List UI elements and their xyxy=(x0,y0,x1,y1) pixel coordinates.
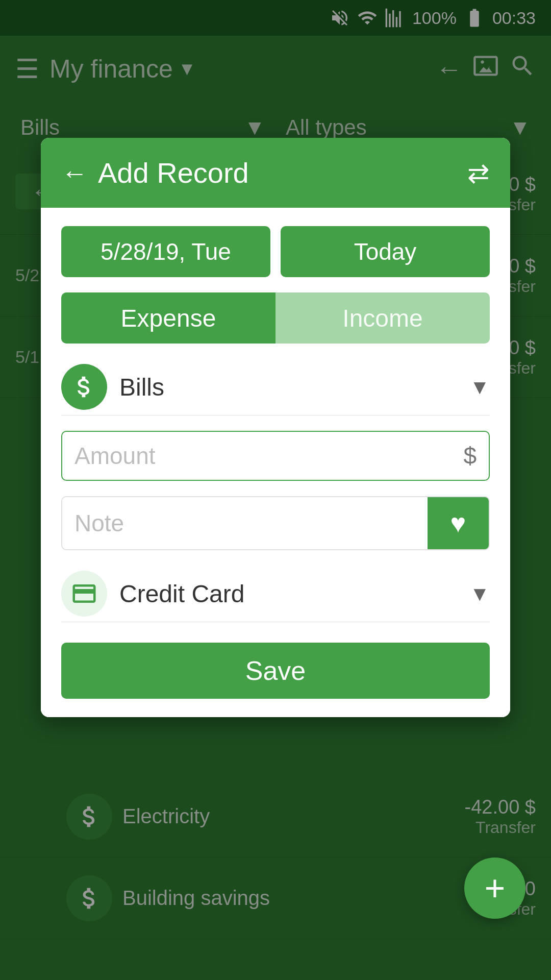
modal-back-button[interactable]: ← xyxy=(61,158,88,188)
type-toggle: Expense Income xyxy=(61,292,490,344)
add-record-modal: ← Add Record ⇄ 5/28/19, Tue Today Expens… xyxy=(41,138,510,717)
payment-dropdown[interactable]: Credit Card ▼ xyxy=(61,566,490,622)
payment-label: Credit Card xyxy=(119,580,457,608)
fab-plus-icon: + xyxy=(485,870,506,906)
note-row: ♥ xyxy=(61,496,490,550)
today-button[interactable]: Today xyxy=(281,226,490,277)
amount-input[interactable] xyxy=(74,442,458,470)
expense-button[interactable]: Expense xyxy=(61,292,276,344)
save-button[interactable]: Save xyxy=(61,643,490,699)
note-input[interactable] xyxy=(62,497,428,549)
date-row: 5/28/19, Tue Today xyxy=(61,226,490,277)
category-dropdown[interactable]: Bills ▼ xyxy=(61,359,490,415)
category-icon xyxy=(61,364,107,410)
payment-arrow-icon: ▼ xyxy=(469,582,490,605)
category-label: Bills xyxy=(119,373,457,401)
date-button[interactable]: 5/28/19, Tue xyxy=(61,226,270,277)
heart-icon: ♥ xyxy=(450,508,466,538)
modal-header: ← Add Record ⇄ xyxy=(41,138,510,208)
fab-add-button[interactable]: + xyxy=(464,857,525,919)
currency-symbol: $ xyxy=(463,442,477,470)
payment-icon xyxy=(61,571,107,617)
income-button[interactable]: Income xyxy=(276,292,490,344)
amount-row: $ xyxy=(61,431,490,481)
modal-repeat-button[interactable]: ⇄ xyxy=(467,158,490,188)
modal-body: 5/28/19, Tue Today Expense Income Bills … xyxy=(41,208,510,717)
modal-title: Add Record xyxy=(98,156,457,189)
category-arrow-icon: ▼ xyxy=(469,376,490,399)
favorites-button[interactable]: ♥ xyxy=(428,497,489,549)
